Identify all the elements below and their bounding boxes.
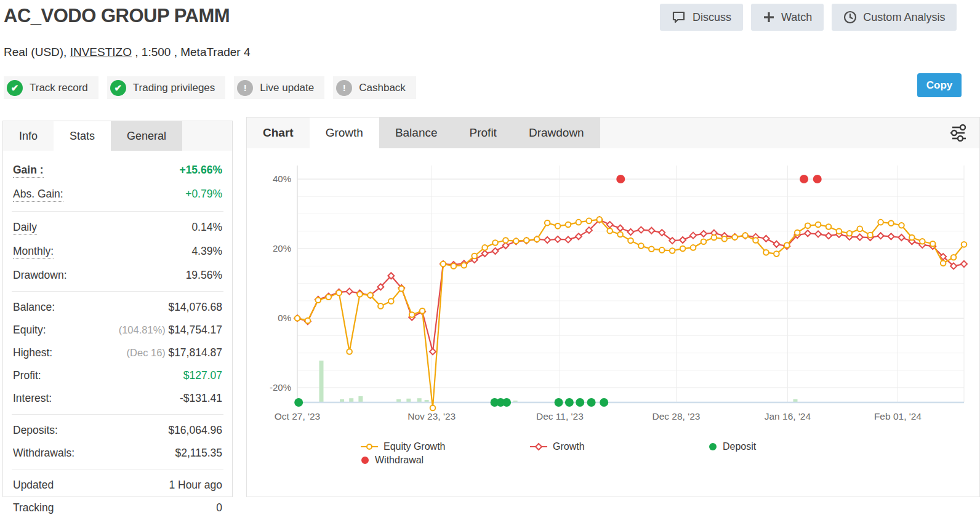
stat-value-text: $16,064.96	[168, 424, 222, 436]
x-tick-label: Oct 27, '23	[275, 411, 320, 421]
stat-row-drawdown: Drawdown:19.56%	[12, 264, 223, 287]
marker-equity-growth	[367, 293, 373, 298]
marker-equity-growth	[503, 238, 508, 243]
stat-label: Highest:	[13, 346, 52, 359]
marker-equity-growth	[409, 312, 415, 317]
stat-value: (104.81%) $14,754.17	[119, 324, 222, 337]
stat-group: Deposits:$16,064.96Withdrawals:$2,115.35	[12, 414, 223, 469]
marker-growth	[680, 237, 686, 243]
legend-deposit[interactable]: Deposit	[709, 441, 756, 452]
chart-settings-sliders-icon[interactable]	[945, 121, 971, 145]
stat-label: Updated	[13, 479, 54, 492]
stat-value-text: $17,814.87	[168, 346, 222, 359]
stat-value-text: 0.14%	[191, 221, 222, 233]
stat-value-text: $14,076.68	[168, 301, 222, 313]
stat-row-abs-gain: Abs. Gain:+0.79%	[12, 183, 223, 207]
stat-group: Balance:$14,076.68Equity:(104.81%) $14,7…	[12, 291, 223, 414]
stat-label: Profit:	[13, 369, 41, 382]
x-tick-label: Dec 11, '23	[536, 411, 584, 421]
marker-equity-growth	[763, 250, 769, 255]
stat-value-text: +15.66%	[179, 164, 222, 176]
stat-value-text: 19.56%	[186, 269, 222, 281]
tab-growth[interactable]: Growth	[310, 118, 379, 148]
deposit-dot	[502, 398, 511, 407]
marker-equity-growth	[316, 297, 321, 303]
tab-profit[interactable]: Profit	[454, 118, 513, 148]
stat-value: $2,115.35	[175, 447, 222, 460]
stat-label: Balance:	[13, 301, 55, 314]
stats-panel-tabs: InfoStatsGeneral	[3, 121, 232, 151]
marker-equity-growth	[628, 238, 633, 244]
legend-marker-equity-growth	[361, 442, 378, 451]
marker-equity-growth	[295, 316, 300, 321]
stat-value-text: -$131.41	[180, 392, 222, 404]
stat-value-prefix: (Dec 16)	[127, 347, 169, 358]
stat-label: Drawdown:	[13, 269, 67, 282]
stat-row-updated: Updated1 Hour ago	[12, 474, 223, 497]
marker-growth	[815, 231, 821, 237]
custom-analysis-button[interactable]: Custom Analysis	[832, 4, 957, 31]
stat-group: Daily0.14%Monthly:4.39%Drawdown:19.56%	[12, 211, 223, 291]
stat-value: +15.66%	[179, 164, 222, 177]
tab-stats[interactable]: Stats	[54, 121, 111, 151]
stat-value: $14,076.68	[168, 301, 222, 314]
marker-equity-growth	[607, 228, 612, 234]
marker-equity-growth	[326, 294, 331, 300]
stat-value: 19.56%	[186, 269, 222, 282]
marker-equity-growth	[399, 286, 404, 292]
growth-chart-plot[interactable]: 40%20%0%-20%Oct 27, '23Nov 23, '23Dec 11…	[247, 153, 980, 430]
stat-label: Deposits:	[13, 424, 58, 437]
discuss-button[interactable]: Discuss	[660, 4, 743, 31]
marker-equity-growth	[534, 237, 540, 242]
deposit-dot	[294, 398, 303, 407]
check-circle-icon: ✔	[110, 80, 126, 96]
tab-drawdown[interactable]: Drawdown	[513, 118, 600, 148]
badge-cashback: !Cashback	[333, 76, 416, 99]
marker-equity-growth	[951, 255, 957, 260]
marker-growth	[690, 233, 696, 239]
stat-label: Interest:	[13, 392, 52, 405]
marker-growth	[544, 237, 550, 243]
y-tick-label: 20%	[273, 243, 291, 254]
stat-label: Tracking	[13, 501, 54, 514]
chart-card: Chart GrowthBalanceProfitDrawdown 40%20%…	[246, 117, 980, 497]
subtitle-suffix: , 1:500 , MetaTrader 4	[132, 46, 251, 58]
tab-general[interactable]: General	[111, 121, 182, 151]
badges-row: ✔Track record✔Trading privileges!Live up…	[4, 76, 416, 99]
marker-equity-growth	[805, 223, 811, 229]
marker-equity-growth	[837, 229, 842, 234]
marker-equity-growth	[430, 405, 436, 411]
marker-equity-growth	[587, 218, 592, 224]
stat-value-prefix: (104.81%)	[119, 324, 169, 335]
legend-marker-deposit	[709, 442, 717, 451]
watch-button[interactable]: Watch	[751, 4, 824, 31]
marker-equity-growth	[388, 298, 394, 304]
marker-equity-growth	[461, 263, 467, 268]
marker-equity-growth	[701, 239, 707, 245]
legend-withdrawal[interactable]: Withdrawal	[361, 455, 424, 466]
marker-equity-growth	[888, 221, 894, 226]
marker-equity-growth	[847, 231, 853, 236]
marker-equity-growth	[670, 248, 675, 254]
marker-equity-growth	[596, 217, 602, 222]
marker-equity-growth	[617, 232, 623, 238]
marker-growth	[347, 289, 353, 295]
stats-body: Gain :+15.66%Abs. Gain:+0.79%Daily0.14%M…	[3, 151, 232, 515]
tab-balance[interactable]: Balance	[379, 118, 454, 148]
x-tick-label: Feb 01, '24	[874, 411, 922, 421]
tab-info[interactable]: Info	[3, 121, 54, 151]
badge-label: Live update	[260, 82, 314, 94]
stat-row-daily: Daily0.14%	[12, 216, 223, 240]
stat-row-profit: Profit:$127.07	[12, 364, 223, 387]
stat-value-text: 1 Hour ago	[169, 479, 222, 491]
legend-equity-growth[interactable]: Equity Growth	[361, 441, 445, 452]
marker-equity-growth	[441, 261, 446, 267]
exclamation-circle-icon: !	[336, 80, 352, 96]
legend-growth[interactable]: Growth	[530, 441, 585, 452]
x-tick-label: Jan 16, '24	[765, 411, 811, 421]
broker-link[interactable]: INVESTIZO	[70, 46, 132, 58]
action-button-label: Watch	[781, 11, 812, 24]
copy-button[interactable]: Copy	[917, 73, 962, 97]
badge-trading-privileges: ✔Trading privileges	[107, 76, 226, 99]
stat-row-equity: Equity:(104.81%) $14,754.17	[12, 319, 223, 341]
